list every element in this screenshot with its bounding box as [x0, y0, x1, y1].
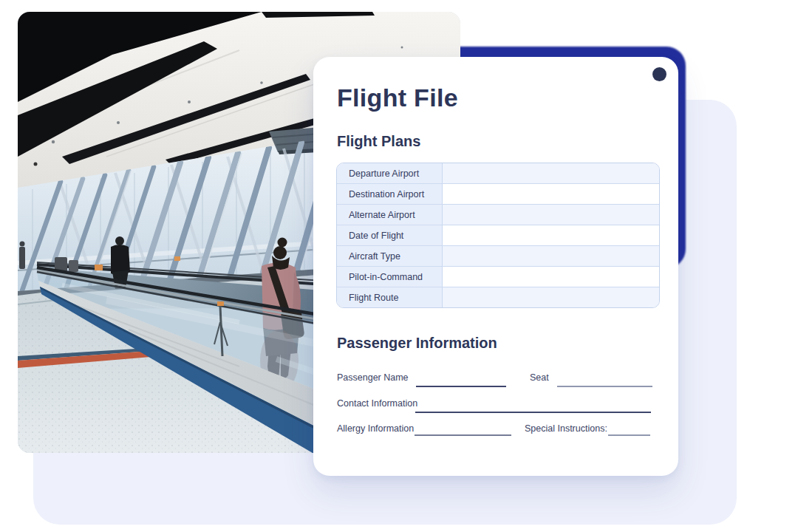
contact-information-input[interactable] [415, 412, 651, 413]
flight-plans-heading: Flight Plans [337, 133, 420, 150]
row-label: Alternate Airport [337, 205, 443, 225]
table-row: Flight Route [337, 287, 659, 307]
row-value-cell[interactable] [443, 246, 659, 266]
window-dot [652, 67, 666, 81]
table-row: Date of Flight [337, 225, 659, 245]
allergy-information-input[interactable] [415, 434, 511, 436]
seat-input[interactable] [557, 386, 652, 387]
row-value-cell[interactable] [443, 225, 659, 245]
table-row: Alternate Airport [337, 204, 659, 225]
table-row: Destination Airport [337, 183, 659, 204]
passenger-name-label: Passenger Name [337, 372, 409, 383]
passenger-name-input[interactable] [416, 386, 506, 387]
row-value-cell[interactable] [443, 287, 659, 307]
flight-file-card: Flight File Flight Plans Departure Airpo… [313, 57, 678, 476]
seat-label: Seat [530, 372, 549, 383]
special-instructions-label: Special Instructions: [525, 423, 607, 434]
row-label: Departure Airport [337, 163, 443, 183]
page: Flight File Flight Plans Departure Airpo… [0, 0, 798, 532]
row-value-cell[interactable] [443, 267, 659, 287]
contact-information-label: Contact Information [337, 398, 417, 409]
row-label: Flight Route [337, 287, 443, 307]
table-row: Aircraft Type [337, 245, 659, 266]
page-title: Flight File [337, 83, 458, 112]
allergy-information-label: Allergy Information [337, 423, 414, 434]
row-value-cell[interactable] [443, 163, 659, 183]
table-row: Departure Airport [337, 163, 659, 183]
row-label: Destination Airport [337, 184, 443, 204]
row-label: Date of Flight [337, 225, 443, 245]
special-instructions-input[interactable] [608, 434, 650, 436]
row-value-cell[interactable] [443, 184, 659, 204]
flight-plans-table: Departure Airport Destination Airport Al… [336, 163, 660, 308]
table-row: Pilot-in-Command [337, 266, 659, 287]
row-label: Pilot-in-Command [337, 267, 443, 287]
passenger-information-heading: Passenger Information [337, 335, 497, 352]
row-label: Aircraft Type [337, 246, 443, 266]
row-value-cell[interactable] [443, 205, 659, 225]
